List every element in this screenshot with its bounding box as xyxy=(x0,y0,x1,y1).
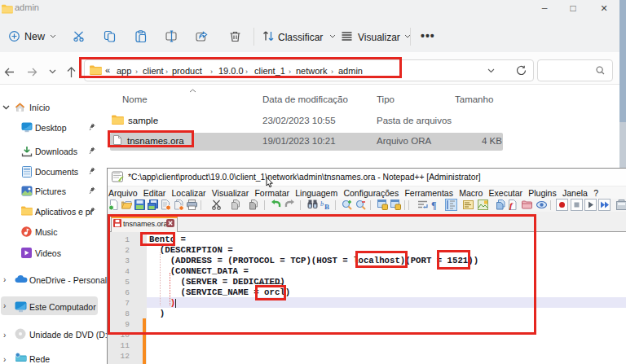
svg-text:B: B xyxy=(324,203,329,210)
svg-text:¶: ¶ xyxy=(431,200,436,210)
svg-text:b: b xyxy=(320,200,324,208)
